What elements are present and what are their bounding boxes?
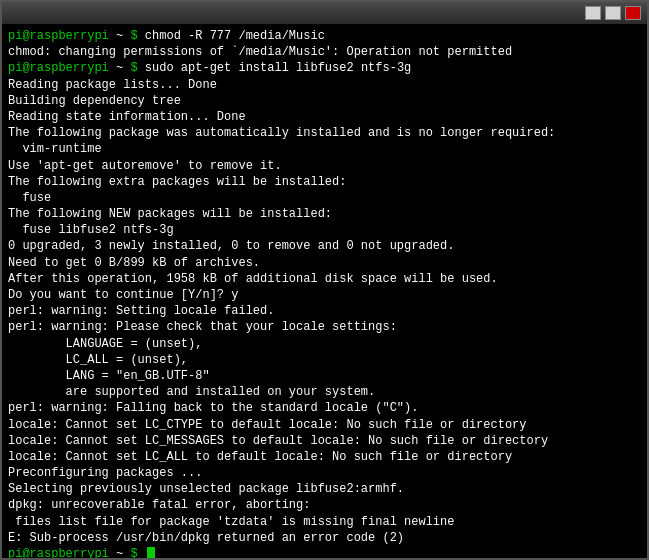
terminal-line: Need to get 0 B/899 kB of archives. (8, 255, 641, 271)
terminal-line: perl: warning: Please check that your lo… (8, 319, 641, 335)
terminal-line: locale: Cannot set LC_MESSAGES to defaul… (8, 433, 641, 449)
terminal-cursor (147, 547, 155, 558)
terminal-line: locale: Cannot set LC_CTYPE to default l… (8, 417, 641, 433)
terminal-line: LANGUAGE = (unset), (8, 336, 641, 352)
terminal-line: Use 'apt-get autoremove' to remove it. (8, 158, 641, 174)
terminal-line: Preconfiguring packages ... (8, 465, 641, 481)
terminal-line: pi@raspberrypi ~ $ (8, 546, 641, 558)
title-bar (2, 2, 647, 24)
terminal-line: fuse (8, 190, 641, 206)
terminal-line: After this operation, 1958 kB of additio… (8, 271, 641, 287)
terminal-line: Do you want to continue [Y/n]? y (8, 287, 641, 303)
terminal-line: Building dependency tree (8, 93, 641, 109)
terminal-line: pi@raspberrypi ~ $ sudo apt-get install … (8, 60, 641, 76)
terminal-line: chmod: changing permissions of `/media/M… (8, 44, 641, 60)
terminal-line: vim-runtime (8, 141, 641, 157)
terminal-line: dpkg: unrecoverable fatal error, abortin… (8, 497, 641, 513)
terminal-window: pi@raspberrypi ~ $ chmod -R 777 /media/M… (0, 0, 649, 560)
terminal-line: Reading state information... Done (8, 109, 641, 125)
terminal-line: pi@raspberrypi ~ $ chmod -R 777 /media/M… (8, 28, 641, 44)
close-button[interactable] (625, 6, 641, 20)
terminal-line: perl: warning: Falling back to the stand… (8, 400, 641, 416)
terminal-line: Selecting previously unselected package … (8, 481, 641, 497)
terminal-line: LC_ALL = (unset), (8, 352, 641, 368)
minimize-button[interactable] (585, 6, 601, 20)
terminal-line: perl: warning: Setting locale failed. (8, 303, 641, 319)
terminal-line: Reading package lists... Done (8, 77, 641, 93)
terminal-line: LANG = "en_GB.UTF-8" (8, 368, 641, 384)
terminal-line: The following extra packages will be ins… (8, 174, 641, 190)
terminal-line: are supported and installed on your syst… (8, 384, 641, 400)
maximize-button[interactable] (605, 6, 621, 20)
terminal-line: E: Sub-process /usr/bin/dpkg returned an… (8, 530, 641, 546)
terminal-body[interactable]: pi@raspberrypi ~ $ chmod -R 777 /media/M… (2, 24, 647, 558)
terminal-line: 0 upgraded, 3 newly installed, 0 to remo… (8, 238, 641, 254)
window-controls (585, 6, 641, 20)
terminal-line: The following package was automatically … (8, 125, 641, 141)
terminal-line: files list file for package 'tzdata' is … (8, 514, 641, 530)
terminal-line: locale: Cannot set LC_ALL to default loc… (8, 449, 641, 465)
terminal-line: The following NEW packages will be insta… (8, 206, 641, 222)
terminal-line: fuse libfuse2 ntfs-3g (8, 222, 641, 238)
